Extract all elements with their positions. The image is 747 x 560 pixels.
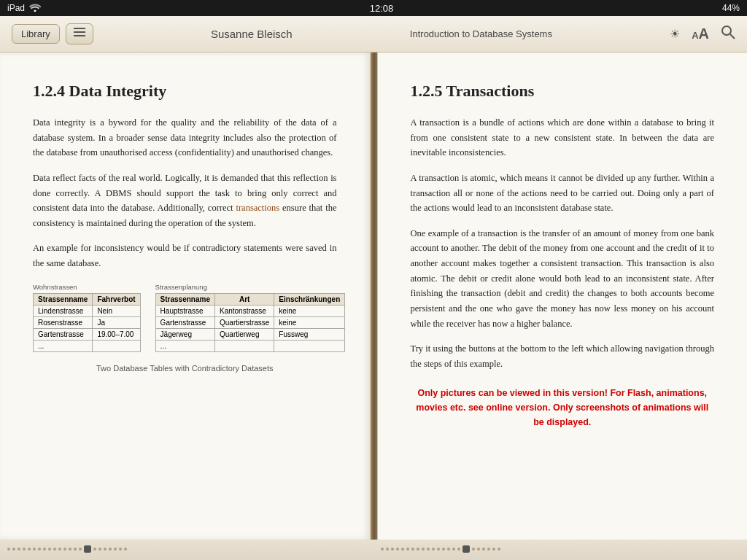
dot: [401, 548, 404, 551]
right-page: 1.2.5 Transactions A transaction is a bu…: [377, 52, 748, 540]
table2-caption: Strassenplanung: [155, 283, 346, 291]
tables-section: Wohnstrassen Strassenname Fahrverbot Lin…: [33, 283, 337, 352]
tables-figure-caption: Two Database Tables with Contradictory D…: [33, 364, 337, 373]
book-spine: [371, 52, 377, 540]
toolbar-left: Library: [12, 23, 93, 44]
table2-header-2: Einschränkungen: [274, 293, 345, 305]
left-paragraph-1: Data integrity is a byword for the quali…: [33, 115, 337, 160]
transactions-link[interactable]: transactions: [236, 203, 279, 213]
table-row: ...: [155, 340, 345, 351]
dot: [452, 548, 455, 551]
font-size-control[interactable]: AA: [692, 26, 709, 42]
dot: [119, 548, 122, 551]
table1-header-0: Strassenname: [34, 293, 93, 305]
dot: [386, 548, 389, 551]
dot: [63, 548, 66, 551]
table1: Strassenname Fahrverbot Lindenstrasse Ne…: [33, 293, 141, 352]
battery-level: 44%: [722, 3, 740, 13]
right-paragraph-1: A transaction is a bundle of actions whi…: [411, 115, 715, 160]
toolbar-controls: ☀ AA: [670, 25, 735, 43]
brightness-icon[interactable]: ☀: [670, 27, 680, 41]
right-nav-half: 17 of 48 1 page left in this chapter: [374, 540, 747, 560]
dot-active[interactable]: [462, 545, 470, 553]
table-row: Hauptstrasse Kantonstrasse keine: [155, 305, 345, 316]
dot: [58, 548, 61, 551]
dot: [12, 548, 15, 551]
left-section-title: 1.2.4 Data Integrity: [33, 82, 337, 101]
right-paragraph-2: A transaction is atomic, which means it …: [411, 171, 715, 216]
table-row: Lindenstrasse Nein: [34, 305, 141, 316]
svg-line-4: [730, 34, 735, 39]
right-section-title: 1.2.5 Transactions: [411, 82, 715, 101]
table1-header-1: Fahrverbot: [93, 293, 140, 305]
book-container: 1.2.4 Data Integrity Data integrity is a…: [0, 52, 747, 540]
dot: [48, 548, 51, 551]
toolbar: Library Susanne Bleisch Introduction to …: [0, 16, 747, 52]
dot: [109, 548, 112, 551]
svg-rect-1: [74, 31, 85, 33]
dot: [391, 548, 394, 551]
dot: [487, 548, 490, 551]
dot: [98, 548, 101, 551]
dot: [69, 548, 71, 551]
table-row: ...: [34, 340, 141, 351]
flash-notice: Only pictures can be viewed in this vers…: [411, 386, 715, 429]
table-row: Gartenstrasse 19.00–7.00: [34, 328, 141, 340]
book-title: Introduction to Database Systems: [410, 28, 552, 39]
table-row: Rosenstrasse Ja: [34, 316, 141, 328]
table1-container: Wohnstrassen Strassenname Fahrverbot Lin…: [33, 283, 141, 352]
dot: [33, 548, 36, 551]
dot: [38, 548, 41, 551]
dot: [74, 548, 77, 551]
svg-point-3: [722, 26, 731, 35]
table2-header-0: Strassenname: [155, 293, 214, 305]
table2-header-1: Art: [214, 293, 274, 305]
dot: [79, 548, 82, 551]
toc-button[interactable]: [66, 23, 93, 44]
right-progress-dots: [381, 545, 740, 553]
left-paragraph-3: An example for inconsistency would be if…: [33, 241, 337, 271]
left-paragraph-2: Data reflect facts of the real world. Lo…: [33, 171, 337, 231]
dot: [93, 548, 96, 551]
dot: [477, 548, 480, 551]
dot: [396, 548, 399, 551]
dot: [18, 548, 20, 551]
dot: [482, 548, 485, 551]
table2: Strassenname Art Einschränkungen Hauptst…: [155, 293, 346, 352]
table-row: Gartenstrasse Quartierstrasse keine: [155, 316, 345, 328]
dot: [447, 548, 450, 551]
dot: [498, 548, 500, 551]
dot: [411, 548, 414, 551]
dot: [124, 548, 127, 551]
library-button[interactable]: Library: [12, 24, 60, 44]
status-bar: iPad 12:08 44%: [0, 0, 747, 16]
dot: [104, 548, 107, 551]
svg-rect-2: [74, 35, 85, 36]
dot: [7, 548, 10, 551]
left-progress-dots: [7, 545, 366, 553]
dot: [427, 548, 430, 551]
dot: [53, 548, 56, 551]
status-right: 44%: [722, 3, 740, 13]
author-name: Susanne Bleisch: [211, 28, 293, 40]
status-left: iPad: [7, 3, 41, 14]
table-row: Jägerweg Quartierweg Fussweg: [155, 328, 345, 340]
dot-active[interactable]: [84, 545, 91, 553]
dot: [406, 548, 409, 551]
dot: [417, 548, 419, 551]
wifi-icon: [29, 3, 41, 14]
left-page: 1.2.4 Data Integrity Data integrity is a…: [0, 52, 371, 540]
bottom-navigation: 16 of 48 17 of: [0, 540, 747, 560]
table1-caption: Wohnstrassen: [33, 283, 141, 291]
table2-container: Strassenplanung Strassenname Art Einschr…: [155, 283, 346, 352]
right-paragraph-3: One example of a transaction is the tran…: [411, 226, 715, 331]
device-label: iPad: [7, 3, 25, 13]
search-icon[interactable]: [721, 25, 735, 43]
dot: [472, 548, 475, 551]
dot: [457, 548, 460, 551]
time-display: 12:08: [370, 3, 394, 14]
dot: [381, 548, 384, 551]
dot: [114, 548, 117, 551]
left-nav-half: 16 of 48: [0, 540, 374, 560]
dot: [23, 548, 26, 551]
